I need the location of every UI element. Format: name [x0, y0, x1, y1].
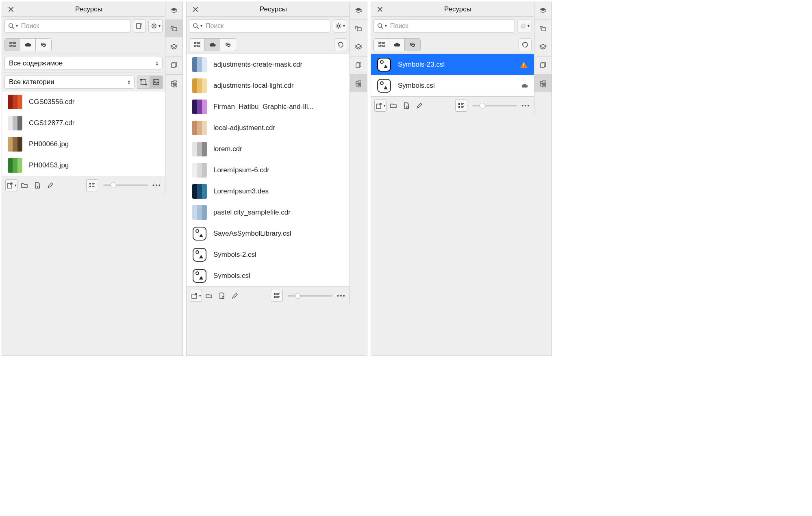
source-linked-tab[interactable] [220, 39, 236, 51]
list-item[interactable]: Firman_Hatibu_Graphic-and-Ill... [187, 96, 350, 117]
refresh-button[interactable] [519, 38, 532, 51]
more-menu-button[interactable]: ••• [521, 102, 531, 109]
rail-pages[interactable] [165, 57, 182, 74]
more-menu-button[interactable]: ••• [337, 292, 346, 299]
thumbnail [192, 205, 207, 220]
rail-tree[interactable] [165, 75, 182, 92]
list-item[interactable]: LoremIpsum3.des [187, 181, 350, 202]
list-item[interactable]: SaveAsSymbolLibrary.csl [187, 223, 350, 244]
close-button[interactable] [191, 5, 200, 13]
docker-rail [534, 2, 551, 114]
list-view-button[interactable] [271, 290, 283, 302]
source-cloud-tab[interactable] [20, 39, 36, 51]
document-settings-button[interactable] [31, 179, 43, 191]
svg-rect-12 [89, 186, 91, 187]
file-name: CGS03556.cdr [29, 98, 159, 106]
rail-tree[interactable] [534, 75, 551, 92]
thumbnail [192, 142, 207, 156]
rail-layers[interactable] [350, 39, 367, 56]
open-folder-button[interactable] [203, 290, 215, 302]
rail-learn[interactable] [350, 2, 367, 19]
source-linked-tab[interactable] [405, 39, 420, 51]
source-linked-tab[interactable] [36, 39, 51, 51]
search-input[interactable] [20, 22, 127, 30]
source-local-tab[interactable] [374, 39, 389, 51]
rail-layers[interactable] [534, 39, 551, 56]
view-frames-button[interactable] [137, 76, 150, 89]
content-filter-dropdown[interactable]: Все содержимое▴▾ [4, 57, 163, 70]
thumbnail-size-slider[interactable] [472, 105, 517, 106]
file-name: PH00066.jpg [29, 140, 159, 148]
edit-button[interactable] [413, 100, 426, 112]
list-item[interactable]: Symbols-2.csl [187, 244, 350, 265]
import-button[interactable] [133, 20, 146, 33]
list-item[interactable]: CGS03556.cdr [2, 91, 165, 113]
import-menu-button[interactable]: ▾ [5, 179, 17, 191]
svg-point-8 [154, 80, 156, 82]
source-cloud-tab[interactable] [205, 39, 220, 51]
close-button[interactable] [7, 5, 15, 13]
rail-learn[interactable] [534, 2, 551, 19]
list-item[interactable]: PH00066.jpg [2, 134, 165, 155]
source-local-tab[interactable] [189, 39, 205, 51]
settings-button[interactable]: ▾ [148, 20, 163, 33]
close-button[interactable] [376, 5, 384, 13]
search-box[interactable]: ▾ [189, 20, 330, 33]
list-view-button[interactable] [455, 100, 467, 112]
rail-align[interactable] [534, 20, 551, 37]
list-view-button[interactable] [86, 179, 98, 191]
thumbnail-size-slider[interactable] [103, 184, 148, 186]
category-filter-dropdown[interactable]: Все категории▴▾ [4, 76, 135, 89]
rail-align[interactable] [350, 20, 367, 37]
import-menu-button[interactable]: ▾ [190, 290, 202, 302]
document-settings-button[interactable] [216, 290, 228, 302]
svg-point-15 [337, 25, 339, 27]
thumbnail [192, 163, 207, 178]
svg-rect-2 [141, 25, 141, 27]
settings-button[interactable]: ▾ [333, 20, 347, 33]
list-item[interactable]: PH00453.jpg [2, 155, 165, 176]
list-item[interactable]: pastel city_samplefile.cdr [187, 202, 350, 223]
rail-pages[interactable] [534, 57, 551, 74]
view-images-button[interactable] [150, 76, 163, 89]
rail-align[interactable] [165, 20, 182, 37]
file-name: Symbols-2.csl [213, 251, 344, 259]
rail-pages[interactable] [350, 57, 367, 74]
thumbnail-size-slider[interactable] [288, 295, 332, 297]
list-item[interactable]: adjustments-create-mask.cdr [187, 54, 350, 75]
search-box[interactable]: ▾ [4, 20, 130, 33]
source-local-tab[interactable] [5, 39, 20, 51]
more-menu-button[interactable]: ••• [152, 182, 162, 189]
search-input[interactable] [389, 22, 511, 30]
list-item[interactable]: Symbols.csl [371, 75, 534, 96]
search-dropdown-caret[interactable]: ▾ [200, 24, 202, 28]
search-input[interactable] [205, 22, 327, 30]
file-name: LoremIpsum3.des [213, 187, 344, 195]
asset-list: CGS03556.cdrCGS12877.cdrPH00066.jpgPH004… [2, 91, 165, 176]
list-item[interactable]: CGS12877.cdr [2, 113, 165, 134]
search-icon [193, 23, 199, 29]
rail-tree[interactable] [350, 75, 367, 92]
open-folder-button[interactable] [387, 100, 399, 112]
search-dropdown-caret[interactable]: ▾ [385, 24, 387, 28]
list-item[interactable]: Symbols-23.csl [371, 54, 534, 75]
rail-layers[interactable] [165, 39, 182, 56]
list-item[interactable]: Symbols.csl [187, 265, 350, 286]
import-menu-button[interactable]: ▾ [374, 100, 386, 112]
search-box[interactable]: ▾ [373, 20, 515, 33]
source-cloud-tab[interactable] [389, 39, 405, 51]
file-name: PH00453.jpg [29, 161, 159, 169]
search-dropdown-caret[interactable]: ▾ [16, 24, 18, 28]
rail-learn[interactable] [165, 2, 182, 19]
list-item[interactable]: lorem.cdr [187, 139, 350, 160]
edit-button[interactable] [44, 179, 56, 191]
refresh-button[interactable] [334, 38, 347, 51]
thumbnail [192, 100, 207, 114]
svg-rect-29 [541, 63, 544, 67]
list-item[interactable]: local-adjustment.cdr [187, 117, 350, 139]
list-item[interactable]: adjustments-local-light.cdr [187, 75, 350, 96]
document-settings-button[interactable] [400, 100, 413, 112]
edit-button[interactable] [229, 290, 241, 302]
open-folder-button[interactable] [18, 179, 30, 191]
list-item[interactable]: LoremIpsum-6.cdr [187, 160, 350, 181]
